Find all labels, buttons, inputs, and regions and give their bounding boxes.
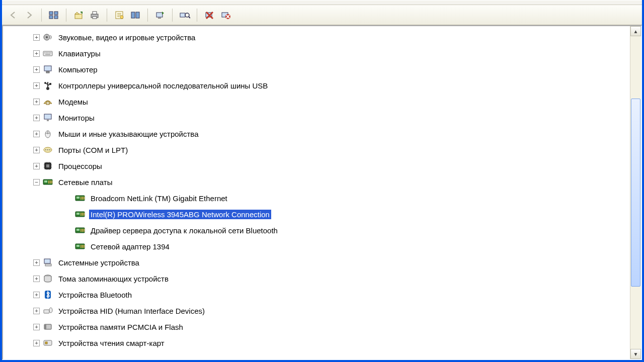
- client-area: +Звуковые, видео и игровые устройства+Кл…: [2, 25, 642, 360]
- port-icon: [43, 145, 53, 155]
- tree-item-label[interactable]: Тома запоминающих устройств: [57, 274, 170, 284]
- toolbar-separator: [66, 9, 66, 22]
- tree-item-label[interactable]: Клавиатуры: [57, 49, 102, 58]
- scroll-thumb[interactable]: [631, 99, 640, 286]
- uninstall-button[interactable]: [218, 8, 232, 22]
- nic-icon: [75, 193, 85, 203]
- scroll-down-button[interactable]: ▼: [630, 349, 641, 359]
- tree-item[interactable]: Драйвер сервера доступа к локальной сети…: [3, 222, 630, 238]
- tree-item-label[interactable]: Intel(R) PRO/Wireless 3945ABG Network Co…: [89, 210, 271, 219]
- tree-item-label[interactable]: Контроллеры универсальной последовательн…: [57, 81, 269, 90]
- nic-icon: [75, 241, 85, 251]
- tree-item-label[interactable]: Порты (COM и LPT): [57, 145, 129, 155]
- tree-item[interactable]: Сетевой адаптер 1394: [3, 238, 630, 254]
- expand-toggle[interactable]: +: [33, 324, 40, 330]
- tree-item-label[interactable]: Сетевые платы: [57, 177, 114, 187]
- expand-toggle[interactable]: +: [33, 34, 40, 41]
- tree-item[interactable]: +Модемы: [3, 94, 630, 110]
- tree-item[interactable]: +Процессоры: [3, 158, 630, 174]
- svg-rect-0: [49, 12, 53, 15]
- toolbar-separator: [172, 9, 173, 22]
- tree-item[interactable]: Intel(R) PRO/Wireless 3945ABG Network Co…: [3, 206, 630, 222]
- console-button[interactable]: [128, 8, 142, 22]
- tree-item[interactable]: +Мониторы: [3, 110, 630, 126]
- tree-item[interactable]: +Компьютер: [3, 61, 630, 77]
- expand-toggle[interactable]: +: [33, 163, 40, 169]
- tree-item-label[interactable]: Процессоры: [57, 161, 104, 171]
- svg-point-15: [185, 13, 189, 17]
- tree-item-label[interactable]: Компьютер: [57, 65, 99, 74]
- usb-icon: [43, 80, 53, 90]
- nic-icon: [43, 177, 53, 187]
- disable-button[interactable]: [202, 8, 216, 22]
- tree-item[interactable]: +Контроллеры универсальной последователь…: [3, 77, 630, 94]
- tree-item[interactable]: +Устройства Bluetooth: [3, 287, 630, 303]
- svg-rect-4: [75, 14, 82, 19]
- menubar: [2, 0, 642, 5]
- tree-item[interactable]: +Устройства памяти PCMCIA и Flash: [3, 319, 630, 335]
- tree-item-label[interactable]: Модемы: [57, 97, 90, 107]
- tree-item-label[interactable]: Драйвер сервера доступа к локальной сети…: [89, 226, 279, 235]
- tree-item-label[interactable]: Устройства чтения смарт-карт: [57, 338, 166, 348]
- vertical-scrollbar[interactable]: ▲ ▼: [630, 26, 641, 359]
- expand-toggle[interactable]: +: [33, 340, 40, 346]
- properties-button[interactable]: [112, 8, 126, 22]
- tree-item[interactable]: +Системные устройства: [3, 254, 630, 270]
- expand-toggle[interactable]: +: [33, 308, 40, 314]
- toolbar-separator: [147, 9, 148, 22]
- print-button[interactable]: [88, 8, 102, 22]
- tree-item-label[interactable]: Устройства памяти PCMCIA и Flash: [57, 322, 185, 332]
- toolbar-separator: [197, 9, 197, 22]
- system-icon: [43, 257, 53, 267]
- expand-toggle[interactable]: +: [33, 259, 40, 266]
- svg-point-9: [120, 16, 123, 19]
- svg-rect-2: [49, 16, 53, 19]
- svg-rect-7: [93, 17, 97, 19]
- device-tree[interactable]: +Звуковые, видео и игровые устройства+Кл…: [3, 26, 630, 359]
- expand-toggle[interactable]: +: [33, 82, 40, 89]
- sound-icon: [43, 32, 53, 42]
- views-button[interactable]: [47, 8, 61, 22]
- smartcard-icon: [43, 338, 53, 348]
- expand-toggle[interactable]: +: [33, 292, 40, 298]
- tree-item[interactable]: +Тома запоминающих устройств: [3, 270, 630, 287]
- expand-toggle[interactable]: +: [33, 276, 40, 282]
- tree-item[interactable]: +Устройства HID (Human Interface Devices…: [3, 303, 630, 319]
- tree-item-label[interactable]: Мыши и иные указывающие устройства: [57, 129, 200, 139]
- up-button[interactable]: [71, 8, 86, 22]
- nav-back-button[interactable]: [6, 8, 20, 22]
- tree-item[interactable]: +Порты (COM и LPT): [3, 142, 630, 158]
- refresh-button[interactable]: [153, 8, 167, 22]
- tree-item-label[interactable]: Системные устройства: [57, 258, 141, 267]
- tree-item[interactable]: −Сетевые платы: [3, 174, 630, 190]
- expand-toggle[interactable]: +: [33, 131, 40, 137]
- tree-item[interactable]: Broadcom NetLink (TM) Gigabit Ethernet: [3, 190, 630, 206]
- svg-rect-10: [131, 12, 135, 18]
- volume-icon: [43, 274, 53, 284]
- tree-item[interactable]: +Звуковые, видео и игровые устройства: [3, 29, 630, 45]
- scroll-up-button[interactable]: ▲: [630, 26, 641, 36]
- nav-forward-button[interactable]: [22, 8, 36, 22]
- expand-toggle[interactable]: +: [33, 66, 40, 73]
- mouse-icon: [43, 129, 53, 139]
- scan-hardware-button[interactable]: [178, 8, 192, 22]
- tree-item[interactable]: +Устройства чтения смарт-карт: [3, 335, 630, 351]
- tree-item-label[interactable]: Мониторы: [57, 113, 96, 123]
- expand-toggle[interactable]: +: [33, 115, 40, 121]
- expand-toggle[interactable]: +: [33, 50, 40, 57]
- collapse-toggle[interactable]: −: [33, 179, 40, 186]
- expand-toggle[interactable]: +: [33, 147, 40, 153]
- tree-item-label[interactable]: Устройства Bluetooth: [57, 290, 133, 300]
- expand-toggle[interactable]: +: [33, 99, 40, 105]
- tree-item[interactable]: +Клавиатуры: [3, 45, 630, 61]
- bluetooth-icon: [43, 290, 53, 300]
- tree-item-label[interactable]: Звуковые, видео и игровые устройства: [57, 33, 197, 42]
- tree-item[interactable]: +Мыши и иные указывающие устройства: [3, 126, 630, 142]
- tree-item-label[interactable]: Broadcom NetLink (TM) Gigabit Ethernet: [89, 194, 229, 203]
- tree-item-label[interactable]: Устройства HID (Human Interface Devices): [57, 306, 206, 316]
- scroll-track[interactable]: [630, 36, 641, 349]
- svg-rect-1: [54, 12, 58, 15]
- tree-connector: [65, 243, 72, 250]
- tree-item-label[interactable]: Сетевой адаптер 1394: [89, 242, 171, 251]
- tree-connector: [65, 227, 72, 234]
